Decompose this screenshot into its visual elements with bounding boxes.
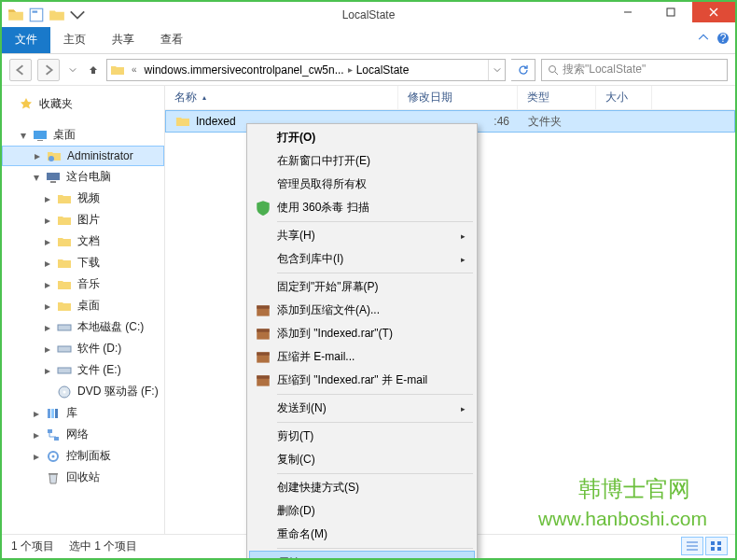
breadcrumb-part-2[interactable]: LocalState: [353, 60, 413, 80]
svg-rect-19: [48, 429, 52, 433]
window-controls: [606, 2, 735, 22]
menu-add-archive[interactable]: 添加到压缩文件(A)...: [249, 299, 475, 322]
tab-file[interactable]: 文件: [2, 27, 50, 53]
col-date[interactable]: 修改日期: [398, 86, 518, 109]
minimize-button[interactable]: [606, 2, 649, 22]
collapse-icon[interactable]: ▾: [19, 131, 27, 139]
folder-icon: [107, 63, 128, 77]
menu-pin-start[interactable]: 固定到"开始"屏幕(P): [249, 275, 475, 299]
drive-icon: [57, 342, 72, 357]
nav-recent-dropdown[interactable]: [65, 59, 80, 81]
ribbon-tabs: 文件 主页 共享 查看 ?: [2, 28, 735, 54]
nav-network[interactable]: ▸网络: [2, 424, 164, 445]
col-type[interactable]: 类型: [518, 86, 596, 109]
watermark-text: 韩博士官网: [578, 474, 690, 504]
nav-this-pc[interactable]: ▾这台电脑: [2, 166, 164, 188]
submenu-arrow-icon: ▸: [461, 404, 466, 413]
qat-new-folder-icon[interactable]: [49, 7, 65, 23]
tab-view[interactable]: 查看: [147, 27, 196, 53]
svg-rect-13: [58, 368, 71, 373]
column-headers: 名称▴ 修改日期 类型 大小: [165, 86, 735, 110]
nav-downloads[interactable]: ▸下载: [2, 252, 164, 273]
star-icon: [19, 97, 34, 112]
help-icon[interactable]: ?: [716, 32, 730, 45]
expand-ribbon-icon[interactable]: [698, 33, 709, 44]
menu-cut[interactable]: 剪切(T): [249, 425, 475, 448]
drive-icon: [57, 363, 72, 378]
nav-documents[interactable]: ▸文档: [2, 231, 164, 252]
col-name[interactable]: 名称▴: [165, 86, 398, 109]
expand-icon[interactable]: ▸: [33, 152, 41, 161]
icons-view-button[interactable]: [705, 537, 728, 555]
svg-rect-27: [257, 329, 270, 331]
menu-include-library[interactable]: 包含到库中(I)▸: [249, 247, 475, 271]
tab-home[interactable]: 主页: [50, 27, 99, 53]
menu-admin-take-ownership[interactable]: 管理员取得所有权: [249, 173, 475, 196]
breadcrumb-part-1[interactable]: windows.immersivecontrolpanel_cw5n...: [141, 60, 348, 80]
menu-create-shortcut[interactable]: 创建快捷方式(S): [249, 476, 475, 499]
nav-music[interactable]: ▸音乐: [2, 273, 164, 295]
context-menu: 打开(O) 在新窗口中打开(E) 管理员取得所有权 使用 360杀毒 扫描 共享…: [246, 123, 478, 560]
menu-separator: [277, 473, 473, 474]
menu-properties[interactable]: 属性(R): [249, 551, 475, 560]
menu-compress-email[interactable]: 压缩并 E-mail...: [249, 345, 475, 369]
qat-properties-icon[interactable]: [28, 7, 45, 23]
svg-rect-1: [33, 11, 38, 13]
menu-add-indexed-rar[interactable]: 添加到 "Indexed.rar"(T): [249, 322, 475, 345]
collapse-icon[interactable]: ▾: [32, 173, 40, 181]
folder-icon: [57, 299, 72, 314]
menu-compress-indexed-email[interactable]: 压缩到 "Indexed.rar" 并 E-mail: [249, 369, 475, 392]
svg-rect-11: [58, 325, 71, 330]
nav-up-button[interactable]: [86, 59, 101, 81]
archive-icon: [255, 349, 271, 366]
nav-favorites[interactable]: 收藏夹: [2, 93, 164, 115]
qat-dropdown-icon[interactable]: [69, 7, 86, 23]
breadcrumb[interactable]: « windows.immersivecontrolpanel_cw5n... …: [106, 59, 506, 81]
network-icon: [46, 427, 61, 442]
folder-icon: [57, 256, 72, 271]
recycle-bin-icon: [46, 470, 61, 485]
menu-open-new-window[interactable]: 在新窗口中打开(E): [249, 149, 475, 173]
nav-drive-c[interactable]: ▸本地磁盘 (C:): [2, 316, 164, 338]
nav-pictures[interactable]: ▸图片: [2, 209, 164, 231]
menu-send-to[interactable]: 发送到(N)▸: [249, 397, 475, 420]
col-size[interactable]: 大小: [596, 86, 652, 109]
svg-point-15: [63, 390, 66, 393]
svg-rect-29: [257, 352, 270, 355]
menu-share[interactable]: 共享(H)▸: [249, 224, 475, 247]
nav-drive-d[interactable]: ▸软件 (D:): [2, 338, 164, 359]
archive-icon: [255, 302, 271, 319]
svg-rect-33: [717, 541, 721, 545]
refresh-button[interactable]: [511, 59, 535, 81]
maximize-button[interactable]: [649, 2, 692, 22]
nav-desktop2[interactable]: ▸桌面: [2, 295, 164, 316]
search-input[interactable]: 搜索"LocalState": [541, 59, 728, 81]
details-view-button[interactable]: [681, 537, 703, 555]
nav-forward-button[interactable]: [37, 59, 60, 81]
close-button[interactable]: [692, 2, 735, 22]
menu-copy[interactable]: 复制(C): [249, 448, 475, 471]
user-icon: [47, 148, 62, 163]
nav-control-panel[interactable]: ▸控制面板: [2, 445, 164, 467]
nav-libraries[interactable]: ▸库: [2, 402, 164, 424]
drive-icon: [57, 320, 72, 335]
dvd-icon: [57, 385, 72, 399]
svg-point-22: [52, 455, 55, 457]
breadcrumb-dropdown[interactable]: [488, 60, 505, 80]
nav-pane: 收藏夹 ▾桌面 ▸Administrator ▾这台电脑 ▸视频 ▸图片 ▸文档…: [2, 86, 165, 534]
menu-open[interactable]: 打开(O): [249, 126, 475, 149]
nav-recycle-bin[interactable]: 回收站: [2, 467, 164, 488]
nav-dvd[interactable]: DVD 驱动器 (F:): [2, 381, 164, 402]
svg-rect-6: [34, 131, 47, 139]
svg-rect-7: [37, 140, 43, 141]
menu-360-scan[interactable]: 使用 360杀毒 扫描: [249, 196, 475, 219]
menu-delete[interactable]: 删除(D): [249, 499, 475, 523]
menu-rename[interactable]: 重命名(M): [249, 523, 475, 546]
nav-back-button[interactable]: [9, 59, 32, 81]
nav-drive-e[interactable]: ▸文件 (E:): [2, 359, 164, 381]
tab-share[interactable]: 共享: [99, 27, 147, 53]
nav-videos[interactable]: ▸视频: [2, 188, 164, 209]
folder-icon: [57, 277, 72, 292]
nav-desktop[interactable]: ▾桌面: [2, 124, 164, 146]
nav-administrator[interactable]: ▸Administrator: [2, 146, 164, 166]
